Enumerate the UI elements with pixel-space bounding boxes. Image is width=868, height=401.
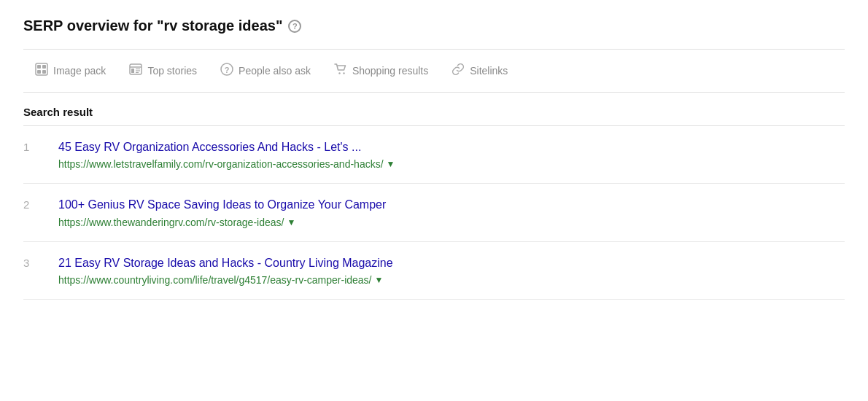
dropdown-arrow-icon[interactable]: ▼ — [387, 159, 395, 169]
dropdown-arrow-icon[interactable]: ▼ — [287, 217, 295, 227]
people-also-ask-icon: ? — [220, 63, 233, 79]
svg-point-14 — [343, 72, 344, 74]
tab-sitelinks[interactable]: Sitelinks — [440, 58, 519, 83]
result-url-row: https://www.thewanderingrv.com/rv-storag… — [58, 217, 386, 228]
result-content: 21 Easy RV Storage Ideas and Hacks - Cou… — [58, 255, 393, 286]
result-url: https://www.thewanderingrv.com/rv-storag… — [58, 217, 284, 228]
table-row: 2 100+ Genius RV Space Saving Ideas to O… — [23, 184, 845, 241]
dropdown-arrow-icon[interactable]: ▼ — [375, 275, 384, 285]
svg-rect-7 — [131, 69, 134, 73]
result-url: https://www.countryliving.com/life/trave… — [58, 274, 372, 286]
result-number: 3 — [23, 255, 38, 269]
result-content: 45 Easy RV Organization Accessories And … — [58, 139, 395, 170]
tab-image-pack[interactable]: Image pack — [23, 58, 117, 83]
section-header: Search result — [23, 93, 845, 126]
result-title-link[interactable]: 21 Easy RV Storage Ideas and Hacks - Cou… — [58, 255, 393, 271]
result-url-row: https://www.countryliving.com/life/trave… — [58, 274, 393, 286]
svg-point-13 — [338, 72, 340, 74]
table-row: 1 45 Easy RV Organization Accessories An… — [23, 126, 845, 184]
page-title: SERP overview for "rv storage ideas" ? — [23, 17, 845, 34]
filter-tabs-bar: Image pack Top stories ? People also ask — [23, 50, 845, 93]
svg-rect-1 — [37, 65, 41, 69]
tab-image-pack-label: Image pack — [53, 65, 106, 77]
result-number: 2 — [23, 197, 38, 211]
result-url: https://www.letstravelfamily.com/rv-orga… — [58, 158, 384, 170]
result-number: 1 — [23, 139, 38, 153]
table-row: 3 21 Easy RV Storage Ideas and Hacks - C… — [23, 242, 845, 300]
result-url-row: https://www.letstravelfamily.com/rv-orga… — [58, 158, 395, 170]
result-title-link[interactable]: 45 Easy RV Organization Accessories And … — [58, 139, 395, 155]
result-content: 100+ Genius RV Space Saving Ideas to Org… — [58, 197, 386, 227]
svg-text:?: ? — [225, 66, 230, 74]
tab-sitelinks-label: Sitelinks — [470, 65, 508, 77]
section-label: Search result — [23, 106, 93, 118]
help-icon[interactable]: ? — [288, 20, 301, 33]
result-title-link[interactable]: 100+ Genius RV Space Saving Ideas to Org… — [58, 197, 386, 213]
top-stories-icon — [129, 63, 142, 79]
tab-top-stories[interactable]: Top stories — [117, 58, 209, 83]
tab-people-also-ask-label: People also ask — [239, 65, 311, 77]
tab-people-also-ask[interactable]: ? People also ask — [209, 58, 322, 83]
shopping-results-icon — [334, 63, 347, 79]
svg-rect-3 — [37, 70, 41, 74]
svg-rect-2 — [42, 65, 46, 69]
results-list: 1 45 Easy RV Organization Accessories An… — [23, 126, 845, 300]
image-pack-icon — [35, 63, 48, 79]
tab-shopping-results-label: Shopping results — [352, 65, 428, 77]
sitelinks-icon — [452, 63, 465, 79]
svg-rect-4 — [42, 70, 46, 74]
title-text: SERP overview for "rv storage ideas" — [23, 17, 282, 34]
tab-top-stories-label: Top stories — [147, 65, 197, 77]
tab-shopping-results[interactable]: Shopping results — [322, 58, 440, 83]
